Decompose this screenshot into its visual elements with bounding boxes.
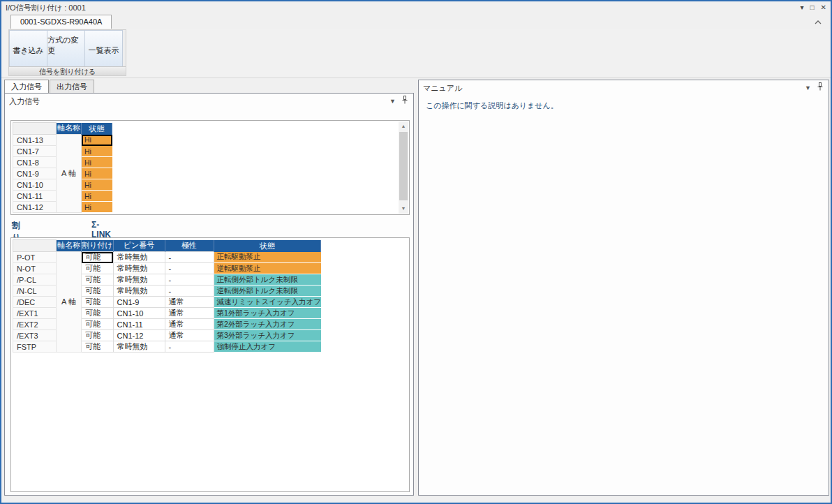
status-row-header[interactable]: CN1-7 — [13, 146, 57, 157]
ribbon-group-label: 信号を割り付ける — [9, 66, 126, 75]
assign-cell[interactable]: 可能 — [82, 263, 114, 274]
status-row-header[interactable]: CN1-8 — [13, 157, 57, 168]
window-controls: ▾ □ ✕ — [801, 2, 826, 13]
polarity-cell[interactable]: - — [165, 263, 214, 274]
close-icon[interactable]: ✕ — [821, 2, 826, 13]
assign-cell[interactable]: 可能 — [82, 286, 114, 297]
assign-cell[interactable]: 可能 — [82, 308, 114, 319]
status-row-header[interactable]: CN1-13 — [13, 135, 57, 146]
assign-table: 軸名称 割り付け ピン番号 極性 状態 P-OTA 軸可能常時無効-正転駆動禁止… — [13, 239, 321, 353]
ribbon-collapse-icon[interactable] — [814, 17, 824, 26]
manual-menu-chevron-down-icon[interactable]: ▼ — [805, 85, 811, 91]
polarity-cell[interactable]: - — [165, 274, 214, 286]
signals-pane: 入力信号出力信号 入力信号 ▼ — [4, 78, 414, 501]
maximize-icon[interactable]: □ — [810, 2, 815, 13]
status-row-header[interactable]: CN1-12 — [13, 202, 57, 213]
manual-content-text: この操作に関する説明はありません。 — [419, 96, 829, 111]
status-table-status-header: 状態 — [82, 123, 112, 135]
axis-cell[interactable]: A 軸 — [57, 252, 82, 353]
assign-table-body: P-OTA 軸可能常時無効-正転駆動禁止N-OT可能常時無効-逆転駆動禁止/P-… — [13, 252, 321, 353]
scroll-up-icon[interactable]: ▲ — [399, 121, 408, 131]
pin-number-cell[interactable]: 常時無効 — [113, 263, 165, 274]
tab-output-signals[interactable]: 出力信号 — [50, 80, 94, 93]
input-signals-panel: 入力信号 ▼ 軸名称 — [4, 93, 414, 496]
signal-row-header[interactable]: /DEC — [13, 297, 57, 308]
pin-number-cell[interactable]: 常時無効 — [113, 286, 165, 297]
assign-table-axis-header: 軸名称 — [57, 240, 82, 252]
signal-row-header[interactable]: /EXT1 — [13, 308, 57, 319]
status-cell[interactable]: Hi — [82, 135, 112, 146]
status-row-header[interactable]: CN1-10 — [13, 179, 57, 191]
status-table-axis-header: 軸名称 — [57, 123, 82, 135]
polarity-cell[interactable]: 通常 — [165, 319, 214, 330]
pin-number-cell[interactable]: CN1-10 — [113, 308, 165, 319]
write-button[interactable]: 書き込み — [9, 30, 47, 67]
scroll-down-icon[interactable]: ▼ — [399, 204, 408, 214]
signal-status-cell[interactable]: 第3外部ラッチ入力オフ — [214, 330, 321, 341]
pin-number-cell[interactable]: CN1-11 — [113, 319, 165, 330]
panel-pin-icon[interactable] — [402, 94, 408, 109]
status-row-header[interactable]: CN1-9 — [13, 168, 57, 179]
scrollbar-thumb[interactable] — [399, 132, 408, 200]
polarity-cell[interactable]: - — [165, 252, 214, 263]
signal-row-header[interactable]: /P-CL — [13, 274, 57, 286]
pin-number-cell[interactable]: CN1-9 — [113, 297, 165, 308]
manual-panel-header: マニュアル ▼ — [419, 80, 829, 96]
status-table-corner-header — [13, 123, 57, 135]
assign-cell[interactable]: 可能 — [82, 252, 114, 263]
signal-row-header[interactable]: N-OT — [13, 263, 57, 274]
status-cell[interactable]: Hi — [82, 168, 112, 179]
status-cell[interactable]: Hi — [82, 202, 112, 213]
window-menu-icon[interactable]: ▾ — [801, 2, 804, 13]
status-row-header[interactable]: CN1-11 — [13, 191, 57, 202]
titlebar: I/O信号割り付け : 0001 ▾ □ ✕ — [1, 1, 831, 14]
assign-cell[interactable]: 可能 — [82, 297, 114, 308]
change-method-button-label: 方式の変更 — [47, 35, 84, 56]
signal-status-cell[interactable]: 正転駆動禁止 — [214, 252, 321, 263]
pin-number-cell[interactable]: 常時無効 — [113, 252, 165, 263]
assign-table-assign-header: 割り付け — [82, 240, 114, 252]
pin-number-cell[interactable]: CN1-12 — [113, 330, 165, 341]
signal-status-cell[interactable]: 第2外部ラッチ入力オフ — [214, 319, 321, 330]
change-method-button[interactable]: 方式の変更 — [47, 30, 85, 67]
signal-status-cell[interactable]: 正転側外部トルク未制限 — [214, 274, 321, 286]
polarity-cell[interactable]: 通常 — [165, 308, 214, 319]
signal-tabs: 入力信号出力信号 — [4, 80, 94, 93]
assign-cell[interactable]: 可能 — [82, 341, 114, 353]
signal-row-header[interactable]: FSTP — [13, 341, 57, 353]
signal-status-cell[interactable]: 減速リミットスイッチ入力オフ — [214, 297, 321, 308]
signal-status-cell[interactable]: 第1外部ラッチ入力オフ — [214, 308, 321, 319]
assign-cell[interactable]: 可能 — [82, 330, 114, 341]
polarity-cell[interactable]: - — [165, 286, 214, 297]
signal-status-cell[interactable]: 逆転駆動禁止 — [214, 263, 321, 274]
signal-row-header[interactable]: P-OT — [13, 252, 57, 263]
assign-cell[interactable]: 可能 — [82, 274, 114, 286]
ribbon-group-assign-signals: 書き込み方式の変更一覧表示 信号を割り付ける — [8, 29, 126, 76]
signal-row-header[interactable]: /EXT2 — [13, 319, 57, 330]
assign-cell[interactable]: 可能 — [82, 319, 114, 330]
tab-input-signals[interactable]: 入力信号 — [4, 80, 49, 93]
manual-pin-icon[interactable] — [817, 80, 823, 96]
status-cell[interactable]: Hi — [82, 191, 112, 202]
manual-panel: マニュアル ▼ この操作に関する説明はありません。 — [418, 80, 829, 496]
polarity-cell[interactable]: - — [165, 341, 214, 353]
status-table-row: CN1-13A 軸Hi — [13, 135, 112, 146]
status-cell[interactable]: Hi — [82, 146, 112, 157]
panel-menu-chevron-down-icon[interactable]: ▼ — [389, 98, 396, 105]
pin-number-cell[interactable]: 常時無効 — [113, 341, 165, 353]
ribbon-tab-device[interactable]: 0001-SGDXS-R90A40A — [10, 15, 112, 29]
signal-status-cell[interactable]: 逆転側外部トルク未制限 — [214, 286, 321, 297]
polarity-cell[interactable]: 通常 — [165, 330, 214, 341]
pin-number-cell[interactable]: 常時無効 — [113, 274, 165, 286]
list-view-button-label: 一覧表示 — [89, 45, 119, 56]
manual-panel-title: マニュアル — [423, 84, 462, 92]
signal-status-cell[interactable]: 強制停止入力オフ — [214, 341, 321, 353]
status-cell[interactable]: Hi — [82, 179, 112, 191]
signal-row-header[interactable]: /EXT3 — [13, 330, 57, 341]
signal-row-header[interactable]: /N-CL — [13, 286, 57, 297]
status-cell[interactable]: Hi — [82, 157, 112, 168]
list-view-button[interactable]: 一覧表示 — [84, 30, 123, 67]
polarity-cell[interactable]: 通常 — [165, 297, 214, 308]
status-table-scrollbar[interactable]: ▲ ▼ — [399, 121, 408, 214]
axis-cell[interactable]: A 軸 — [57, 135, 82, 213]
